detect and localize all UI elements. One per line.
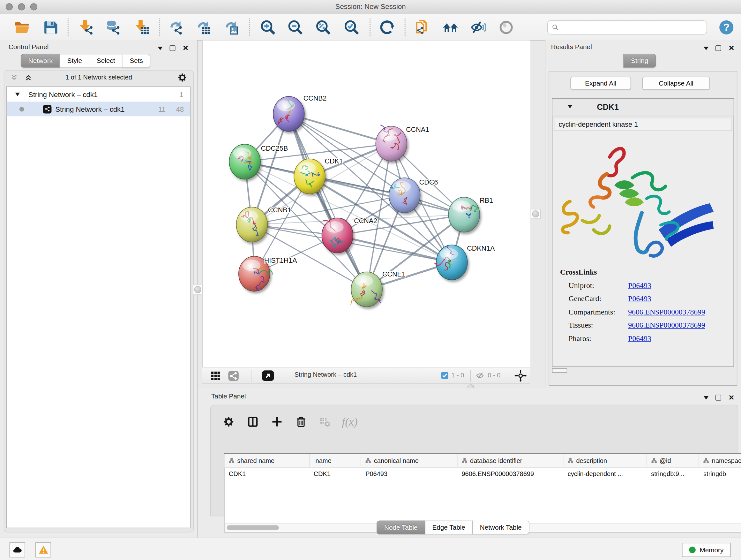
network-node-ccne1[interactable]	[351, 272, 382, 307]
plus-button[interactable]	[269, 414, 285, 430]
column-attribute-icon	[567, 457, 574, 464]
export-view-icon[interactable]	[262, 370, 274, 383]
trash-button[interactable]	[293, 414, 309, 430]
close-panel-icon[interactable]: ✕	[729, 395, 735, 400]
column-header-canonical-name[interactable]: canonical name	[361, 454, 457, 467]
panel-menu-icon[interactable]	[158, 47, 163, 53]
network-node-cdk1[interactable]	[294, 159, 325, 194]
table-cell[interactable]: CDK1	[309, 471, 361, 478]
table-cell[interactable]: cyclin-dependent ...	[563, 471, 647, 478]
crosslink-link[interactable]: P06493	[628, 334, 651, 343]
zoom-in-button[interactable]	[258, 17, 278, 38]
right-splitter-handle[interactable]	[531, 209, 541, 219]
cloud-button[interactable]	[10, 543, 25, 557]
export-table-button[interactable]	[193, 17, 213, 38]
float-panel-icon[interactable]	[170, 45, 176, 51]
gray-orb-button[interactable]	[496, 17, 517, 38]
tab-string[interactable]: String	[623, 54, 656, 68]
column-header-name[interactable]: name	[309, 454, 361, 467]
network-node-ccna2[interactable]	[322, 218, 353, 253]
network-node-ccnb1[interactable]	[236, 207, 267, 242]
close-panel-icon[interactable]: ✕	[183, 46, 189, 51]
network-list-item[interactable]: String Network – cdk1 11 48	[7, 102, 190, 116]
column-header-description[interactable]: description	[563, 454, 647, 467]
tab-style[interactable]: Style	[60, 54, 90, 68]
open-folder-button[interactable]	[11, 17, 32, 38]
table-cell[interactable]: CDK1	[224, 471, 309, 478]
help-button[interactable]: ?	[716, 17, 737, 38]
network-options-gear-icon[interactable]	[177, 72, 188, 85]
network-node-cdc25b[interactable]	[229, 144, 260, 179]
crosslink-link[interactable]: P06493	[628, 295, 651, 303]
left-splitter-handle[interactable]	[193, 285, 203, 295]
tab-sets[interactable]: Sets	[123, 54, 150, 68]
panel-menu-icon[interactable]	[704, 396, 709, 402]
table-cell[interactable]: stringdb	[699, 471, 741, 478]
save-floppy-button[interactable]	[40, 17, 61, 38]
collapse-all-button[interactable]: Collapse All	[643, 77, 710, 90]
network-node-cdkn1a[interactable]	[434, 245, 467, 280]
close-panel-icon[interactable]: ✕	[729, 46, 735, 51]
tab-select[interactable]: Select	[90, 54, 123, 68]
zoom-fit-button[interactable]	[313, 17, 333, 38]
tab-node-table[interactable]: Node Table	[377, 521, 425, 535]
zoom-selected-button[interactable]	[341, 17, 362, 38]
search-input[interactable]	[562, 23, 706, 31]
houses-button[interactable]	[440, 17, 461, 38]
panel-menu-icon[interactable]	[704, 47, 709, 53]
gene-section-header[interactable]: CDK1	[552, 99, 733, 117]
table-row[interactable]: CDK1CDK1P064939606.ENSP00000378699cyclin…	[224, 468, 741, 481]
zoom-out-button[interactable]	[285, 17, 306, 38]
eye-slash-button[interactable]	[468, 17, 488, 38]
warning-button[interactable]	[36, 543, 51, 557]
column-label: @id	[660, 457, 671, 464]
network-list-item[interactable]: String Network – cdk1 1	[7, 87, 190, 102]
table-cell[interactable]: 9606.ENSP00000378699	[457, 471, 563, 478]
crosslink-link[interactable]: 9606.ENSP00000378699	[628, 308, 705, 316]
table-cell[interactable]: P06493	[361, 471, 457, 478]
network-node-ccna1[interactable]	[376, 125, 407, 161]
refresh-button[interactable]	[377, 17, 397, 38]
tab-network-table[interactable]: Network Table	[473, 521, 529, 535]
columns-button[interactable]	[245, 414, 261, 430]
tab-network[interactable]: Network	[21, 54, 60, 68]
crosslink-link[interactable]: 9606.ENSP00000378699	[628, 321, 705, 330]
expand-all-button[interactable]: Expand All	[570, 77, 631, 90]
import-database-button[interactable]	[103, 17, 124, 38]
float-panel-icon[interactable]	[716, 395, 722, 401]
import-table-icon	[134, 19, 150, 36]
share-document-button[interactable]	[412, 17, 432, 38]
memory-button[interactable]: Memory	[682, 543, 731, 557]
network-node-ccnb2[interactable]	[273, 97, 305, 132]
tab-edge-table[interactable]: Edge Table	[425, 521, 473, 535]
export-network-button[interactable]	[165, 17, 186, 38]
network-canvas[interactable]: CCNB2CCNA1CDC25BCDK1CDC6RB1CCNB1CCNA2CDK…	[202, 40, 530, 367]
column-header-shared-name[interactable]: shared name	[224, 454, 309, 467]
column-header-namespace[interactable]: namespace	[699, 454, 741, 467]
collapse-collection-icon[interactable]	[15, 92, 20, 98]
table-cell[interactable]: stringdb:9...	[647, 471, 699, 478]
import-network-button[interactable]	[76, 17, 97, 38]
crosshair-icon[interactable]	[514, 369, 527, 384]
string-network-graph[interactable]: CCNB2CCNA1CDC25BCDK1CDC6RB1CCNB1CCNA2CDK…	[203, 41, 531, 367]
string-share-icon[interactable]	[228, 370, 239, 383]
network-node-cdc6[interactable]	[389, 178, 420, 213]
column-header-database-identifier[interactable]: database identifier	[457, 454, 563, 467]
network-edge[interactable]	[337, 236, 452, 262]
selected-checkbox-icon[interactable]	[441, 372, 449, 381]
float-panel-icon[interactable]	[716, 45, 722, 51]
table-panel: Table Panel ✕ f(x) shared namenamecanoni…	[198, 388, 741, 537]
network-node-rb1[interactable]	[448, 197, 480, 233]
save-floppy-icon	[43, 19, 58, 36]
crosslink-link[interactable]: P06493	[628, 281, 651, 290]
string-results-frame: Expand All Collapse All CDK1 cyclin-depe…	[549, 71, 737, 386]
column-header--id[interactable]: @id	[647, 454, 699, 467]
scrollbar-thumb[interactable]	[227, 525, 279, 530]
toolbar-separator	[249, 18, 250, 37]
collapse-section-icon[interactable]	[568, 105, 572, 111]
import-table-button[interactable]	[132, 17, 152, 38]
birdseye-grid-icon[interactable]	[210, 371, 221, 383]
export-image-button[interactable]	[221, 17, 242, 38]
search-field[interactable]	[547, 20, 707, 35]
gear-button[interactable]	[221, 414, 237, 430]
